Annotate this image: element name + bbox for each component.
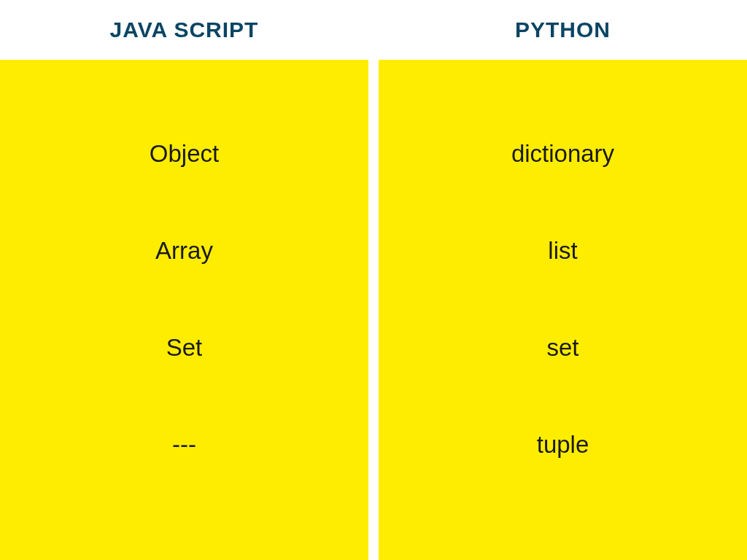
py-item-tuple: tuple <box>537 431 589 459</box>
py-item-list: list <box>548 237 577 265</box>
js-item-tuple: --- <box>172 431 196 459</box>
py-item-set: set <box>546 334 578 362</box>
js-item-object: Object <box>150 140 219 168</box>
js-item-array: Array <box>155 237 213 265</box>
py-item-dictionary: dictionary <box>511 140 614 168</box>
js-item-set: Set <box>166 334 203 362</box>
column-javascript: JAVA SCRIPT Object Array Set --- <box>0 0 368 560</box>
body-python: dictionary list set tuple <box>379 60 747 560</box>
header-python: PYTHON <box>379 0 747 60</box>
body-javascript: Object Array Set --- <box>0 60 368 560</box>
comparison-table: JAVA SCRIPT Object Array Set --- PYTHON … <box>0 0 747 560</box>
header-javascript: JAVA SCRIPT <box>0 0 368 60</box>
column-python: PYTHON dictionary list set tuple <box>379 0 747 560</box>
